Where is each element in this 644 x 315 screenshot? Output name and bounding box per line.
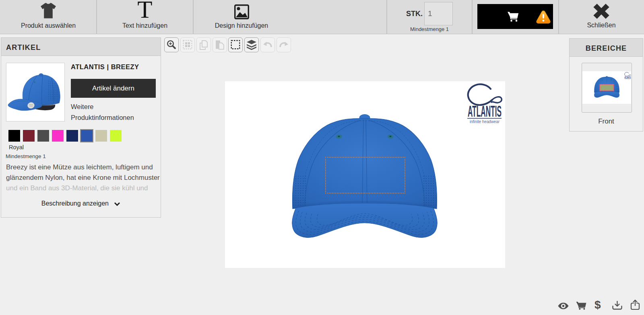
svg-text:infinite headwear: infinite headwear (470, 119, 500, 124)
svg-text:ATLANTIS: ATLANTIS (468, 103, 502, 120)
